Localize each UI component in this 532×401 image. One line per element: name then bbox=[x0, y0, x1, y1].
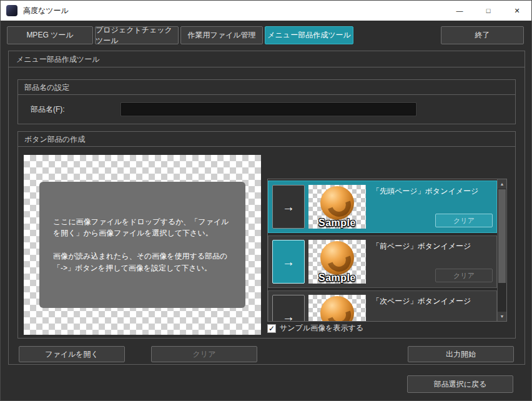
sample-image-label: Sample bbox=[308, 272, 366, 284]
start-output-button[interactable]: 出力開始 bbox=[408, 346, 514, 362]
show-sample-checkbox-label: サンプル画像を表示する bbox=[280, 323, 363, 334]
show-sample-checkbox-row[interactable]: ✓ サンプル画像を表示する bbox=[267, 323, 363, 334]
tab-working-file-management[interactable]: 作業用ファイル管理 bbox=[180, 26, 263, 44]
list-item-previous-page[interactable]: → Sample 「前ページ」ボタンイメージ クリア bbox=[268, 235, 497, 288]
sample-ball-icon bbox=[320, 186, 354, 220]
list-item-next-page[interactable]: → Sample 「次ページ」ボタンイメージ クリア bbox=[268, 290, 497, 322]
close-icon[interactable]: ✕ bbox=[503, 1, 531, 21]
button-image-list: → Sample 「先頭ページ」ボタンイメージ クリア → Sample bbox=[267, 179, 507, 322]
assign-arrow-button[interactable]: → bbox=[272, 295, 305, 322]
clear-image-button[interactable]: クリア bbox=[435, 214, 493, 227]
item-label: 「次ページ」ボタンイメージ bbox=[372, 296, 493, 307]
sample-image-label: Sample bbox=[308, 217, 366, 229]
scrollbar-thumb[interactable] bbox=[498, 189, 506, 283]
part-name-section: 部品名の設定 部品名(F): bbox=[17, 79, 516, 124]
minimize-icon[interactable]: — bbox=[445, 1, 474, 21]
scroll-up-icon[interactable]: ▲ bbox=[498, 179, 506, 189]
maximize-icon[interactable]: □ bbox=[474, 1, 503, 21]
button-part-section-title: ボタン部品の作成 bbox=[18, 132, 515, 147]
sample-image: Sample bbox=[308, 295, 366, 322]
exit-button[interactable]: 終了 bbox=[441, 26, 524, 44]
tab-project-check-tool[interactable]: プロジェクトチェックツール bbox=[95, 26, 179, 44]
drop-instructions: ここに画像ファイルをドロップするか、「ファイルを開く」から画像ファイルを選択して… bbox=[39, 182, 245, 308]
menu-part-creation-panel: メニュー部品作成ツール 部品名の設定 部品名(F): ボタン部品の作成 ここに画… bbox=[8, 51, 525, 365]
back-to-part-selection-button[interactable]: 部品選択に戻る bbox=[407, 375, 513, 393]
part-name-input[interactable] bbox=[121, 103, 416, 116]
assign-arrow-button[interactable]: → bbox=[272, 240, 305, 284]
item-label: 「先頭ページ」ボタンイメージ bbox=[372, 186, 493, 197]
app-icon bbox=[6, 5, 17, 16]
drop-instruction-line1: ここに画像ファイルをドロップするか、「ファイルを開く」から画像ファイルを選択して… bbox=[53, 216, 232, 239]
clear-button[interactable]: クリア bbox=[151, 346, 257, 362]
list-item-first-page[interactable]: → Sample 「先頭ページ」ボタンイメージ クリア bbox=[268, 181, 497, 233]
tool-tabbar: MPEG ツール プロジェクトチェックツール 作業用ファイル管理 メニュー部品作… bbox=[7, 26, 524, 44]
sample-ball-icon bbox=[320, 296, 354, 322]
window-title: 高度なツール bbox=[23, 6, 69, 16]
part-name-section-title: 部品名の設定 bbox=[18, 80, 515, 95]
advanced-tools-window: 高度なツール — □ ✕ MPEG ツール プロジェクトチェックツール 作業用フ… bbox=[0, 0, 532, 401]
panel-title: メニュー部品作成ツール bbox=[9, 51, 525, 67]
item-label: 「前ページ」ボタンイメージ bbox=[372, 241, 493, 252]
scroll-down-icon[interactable]: ▼ bbox=[498, 312, 506, 321]
clear-image-button[interactable]: クリア bbox=[435, 269, 493, 282]
image-drop-area[interactable]: ここに画像ファイルをドロップするか、「ファイルを開く」から画像ファイルを選択して… bbox=[24, 155, 261, 335]
open-file-button[interactable]: ファイルを開く bbox=[19, 346, 125, 362]
drop-instruction-line2: 画像が読み込まれたら、その画像を使用する部品の「->」ボタンを押して画像を設定し… bbox=[53, 250, 232, 274]
tab-menu-part-creation-tool[interactable]: メニュー部品作成ツール bbox=[265, 26, 353, 44]
button-part-section: ボタン部品の作成 ここに画像ファイルをドロップするか、「ファイルを開く」から画像… bbox=[17, 131, 516, 339]
tab-mpeg-tools[interactable]: MPEG ツール bbox=[7, 26, 93, 44]
sample-image: Sample bbox=[308, 185, 366, 229]
assign-arrow-button[interactable]: → bbox=[272, 185, 305, 229]
checkbox-checked-icon[interactable]: ✓ bbox=[267, 324, 276, 333]
sample-image: Sample bbox=[308, 240, 366, 284]
list-scrollbar[interactable]: ▲ ▼ bbox=[497, 179, 506, 321]
sample-ball-icon bbox=[320, 241, 354, 275]
titlebar: 高度なツール — □ ✕ bbox=[1, 1, 531, 21]
window-controls: — □ ✕ bbox=[445, 1, 531, 21]
part-name-label: 部品名(F): bbox=[31, 104, 121, 115]
